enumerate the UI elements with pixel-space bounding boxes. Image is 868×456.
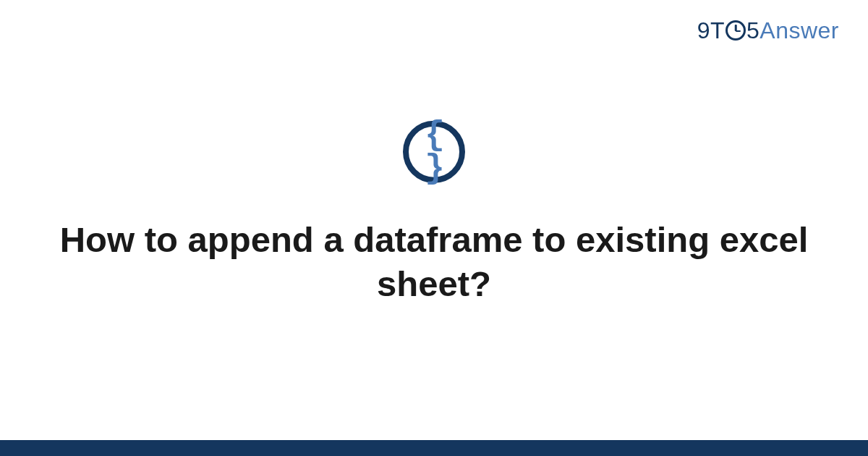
clock-icon	[726, 20, 746, 41]
content-area: { } How to append a dataframe to existin…	[0, 121, 868, 307]
site-logo: 9T5Answer	[697, 17, 839, 44]
logo-text-5: 5	[746, 17, 760, 43]
footer-bar	[0, 440, 868, 456]
question-title: How to append a dataframe to existing ex…	[0, 218, 868, 307]
logo-text-9t: 9T	[697, 17, 725, 43]
code-braces-icon: { }	[403, 121, 465, 183]
braces-glyph: { }	[409, 119, 459, 185]
logo-text-answer: Answer	[760, 17, 839, 43]
